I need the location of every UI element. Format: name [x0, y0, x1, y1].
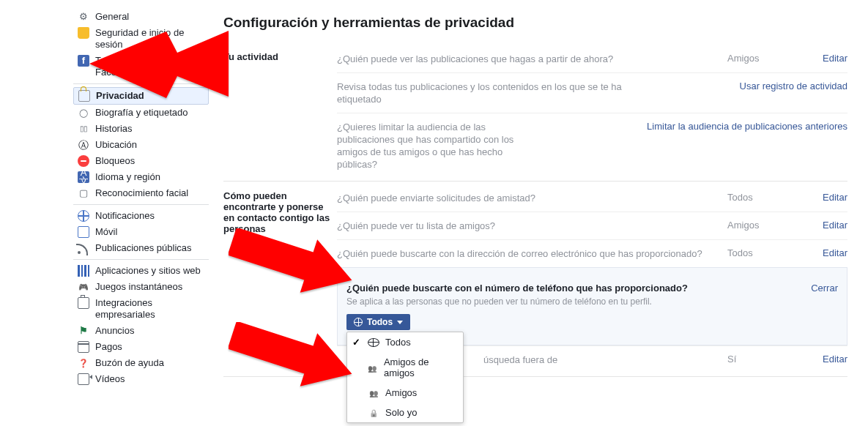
- setting-action-link[interactable]: Editar: [823, 354, 847, 365]
- sidebar-item-label: Historias: [95, 123, 204, 135]
- payments-icon: [78, 341, 89, 353]
- svg-marker-2: [229, 322, 355, 389]
- dropdown-option[interactable]: Solo yo: [347, 403, 463, 422]
- audience-selector-button[interactable]: Todos: [346, 314, 410, 330]
- setting-question: Revisa todas tus publicaciones y los con…: [337, 81, 645, 105]
- sidebar-item-historias[interactable]: Historias: [73, 121, 209, 137]
- sidebar-item-label: Idioma y región: [95, 171, 204, 183]
- sidebar-item-publicaciones-p-blicas[interactable]: Publicaciones públicas: [73, 240, 209, 256]
- fb-icon: f: [78, 55, 89, 67]
- globe-sm-icon: [368, 338, 379, 347]
- sidebar-item-pagos[interactable]: Pagos: [73, 339, 209, 355]
- rss-icon: [78, 242, 89, 254]
- setting-status: Todos: [727, 247, 823, 258]
- sidebar-item-v-deos[interactable]: Vídeos: [73, 371, 209, 387]
- setting-action-link[interactable]: Editar: [823, 53, 847, 64]
- setting-question: ¿Quién puede enviarte solicitudes de ami…: [337, 192, 727, 204]
- sidebar-item-label: General: [95, 11, 204, 23]
- setting-action-link[interactable]: Editar: [823, 220, 847, 231]
- setting-question: ¿Quién puede ver las publicaciones que h…: [337, 53, 727, 65]
- setting-action-link[interactable]: Limitar la audiencia de publicaciones an…: [647, 121, 847, 132]
- setting-status: Amigos: [727, 53, 823, 64]
- sidebar-item-bloqueos[interactable]: Bloqueos: [73, 153, 209, 169]
- sidebar-item-label: Publicaciones públicas: [95, 242, 204, 254]
- sidebar-item-reconocimiento-facial[interactable]: Reconocimiento facial: [73, 185, 209, 201]
- sidebar-item-label: Vídeos: [95, 373, 204, 385]
- setting-row: ¿Quieres limitar la audiencia de las pub…: [337, 113, 847, 178]
- tutorial-arrow-2: [229, 228, 355, 296]
- sidebar-item-aplicaciones-y-sitios-web[interactable]: Aplicaciones y sitios web: [73, 263, 209, 279]
- friends-friends-icon: [367, 362, 378, 373]
- expanded-subtitle: Se aplica a las personas que no pueden v…: [338, 295, 847, 314]
- sidebar-item-label: Reconocimiento facial: [95, 187, 204, 199]
- dropdown-option[interactable]: Amigos: [347, 383, 463, 403]
- apps-icon: [78, 265, 89, 277]
- shield-icon: [78, 27, 89, 39]
- setting-question: ¿Quién puede ver tu lista de amigos?: [337, 220, 727, 232]
- ads-icon: [78, 325, 89, 337]
- audience-dropdown: ✓TodosAmigos de amigosAmigosSolo yo: [346, 332, 464, 423]
- setting-status: Todos: [727, 192, 823, 203]
- mobile-icon: [78, 226, 89, 238]
- lang-icon: A文: [78, 171, 89, 183]
- sidebar-item-label: Juegos instantáneos: [95, 281, 204, 293]
- tutorial-arrow-3: [229, 322, 355, 389]
- sidebar-item-ubicaci-n[interactable]: Ubicación: [73, 137, 209, 153]
- games-icon: [78, 281, 89, 293]
- sidebar-item-label: Bloqueos: [95, 155, 204, 167]
- sidebar-item-anuncios[interactable]: Anuncios: [73, 323, 209, 339]
- video-icon: [78, 373, 89, 385]
- setting-action-link[interactable]: Usar registro de actividad: [740, 81, 847, 91]
- lock-box: [78, 90, 90, 102]
- setting-action-link[interactable]: Editar: [823, 192, 847, 203]
- expanded-title: ¿Quién puede buscarte con el número de t…: [346, 283, 811, 294]
- globe-blue: [78, 210, 89, 222]
- setting-row: Revisa todas tus publicaciones y los con…: [337, 72, 847, 113]
- dropdown-option[interactable]: Amigos de amigos: [347, 352, 463, 383]
- setting-row: ¿Quién puede enviarte solicitudes de ami…: [337, 184, 847, 212]
- sidebar-item-label: Notificaciones: [95, 210, 204, 222]
- setting-status: Sí: [727, 354, 823, 365]
- sidebar-item-label: Móvil: [95, 226, 204, 238]
- svg-marker-0: [89, 31, 229, 98]
- sidebar-item-idioma-y-regi-n[interactable]: A文Idioma y región: [73, 169, 209, 185]
- face-icon: [78, 187, 89, 199]
- sidebar-item-label: Ubicación: [95, 139, 204, 151]
- lock-sm-icon: [368, 407, 379, 418]
- gear-icon: [78, 11, 89, 23]
- setting-row: ¿Quién puede ver tu lista de amigos?Amig…: [337, 212, 847, 239]
- svg-marker-1: [229, 228, 355, 296]
- sidebar-item-label: Aplicaciones y sitios web: [95, 265, 204, 277]
- tag-icon: [78, 107, 89, 119]
- setting-row-expanded: ¿Quién puede buscarte con el número de t…: [337, 267, 847, 345]
- close-link[interactable]: Cerrar: [811, 283, 838, 294]
- page-title: Configuración y herramientas de privacid…: [223, 15, 847, 31]
- caret-down-icon: [397, 321, 403, 324]
- setting-row: ¿Quién puede buscarte con la dirección d…: [337, 239, 847, 267]
- tutorial-arrow-1: [89, 31, 229, 119]
- sidebar-item-buz-n-de-ayuda[interactable]: Buzón de ayuda: [73, 355, 209, 371]
- minus-icon: [78, 155, 89, 167]
- pin-icon: [78, 139, 89, 151]
- help-icon: [78, 357, 89, 369]
- sidebar-item-juegos-instant-neos[interactable]: Juegos instantáneos: [73, 279, 209, 295]
- setting-row: ¿Quién puede ver las publicaciones que h…: [337, 45, 847, 72]
- sidebar-item-notificaciones[interactable]: Notificaciones: [73, 208, 209, 224]
- sidebar-item-label: Pagos: [95, 341, 204, 353]
- friends-icon-icon: [368, 387, 379, 398]
- briefcase-icon: [78, 297, 89, 309]
- globe-icon: [354, 318, 363, 326]
- sidebar-item-label: Integraciones empresariales: [95, 297, 204, 321]
- sidebar-item-integraciones-empresariales[interactable]: Integraciones empresariales: [73, 295, 209, 323]
- book-icon: [78, 123, 89, 135]
- setting-status: Amigos: [727, 220, 823, 231]
- sidebar-item-general[interactable]: General: [73, 9, 209, 25]
- setting-question: ¿Quieres limitar la audiencia de las pub…: [337, 121, 552, 171]
- section-label: Tu actividad: [223, 45, 337, 178]
- setting-question: ¿Quién puede buscarte con la dirección d…: [337, 247, 727, 260]
- setting-action-link[interactable]: Editar: [823, 247, 847, 258]
- sidebar-item-m-vil[interactable]: Móvil: [73, 224, 209, 240]
- sidebar-item-label: Anuncios: [95, 325, 204, 337]
- dropdown-option[interactable]: ✓Todos: [347, 332, 463, 352]
- sidebar-item-label: Buzón de ayuda: [95, 357, 204, 369]
